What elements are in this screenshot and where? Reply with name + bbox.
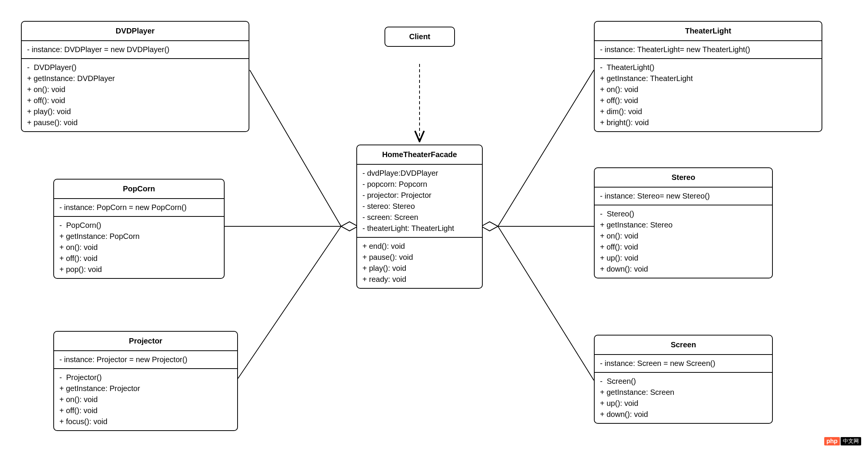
class-attributes: - instance: PopCorn = new PopCorn() <box>54 199 224 217</box>
class-operations: - Projector() + getInstance: Projector +… <box>54 369 237 430</box>
class-operations: - TheaterLight() + getInstance: TheaterL… <box>595 59 822 131</box>
class-attributes: - instance: Screen = new Screen() <box>595 355 772 373</box>
class-facade: HomeTheaterFacade - dvdPlaye:DVDPlayer -… <box>356 145 483 289</box>
class-title: HomeTheaterFacade <box>357 145 482 165</box>
class-title: PopCorn <box>54 180 224 199</box>
svg-marker-5 <box>481 222 498 231</box>
class-title: Screen <box>595 336 772 355</box>
class-stereo: Stereo - instance: Stereo= new Stereo() … <box>594 167 773 278</box>
class-popcorn: PopCorn - instance: PopCorn = new PopCor… <box>53 179 225 279</box>
class-title: Client <box>385 27 454 46</box>
class-attributes: - instance: TheaterLight= new TheaterLig… <box>595 41 822 59</box>
svg-line-2 <box>250 70 341 226</box>
class-operations: - Stereo() + getInstance: Stereo + on():… <box>595 205 772 278</box>
class-attributes: - dvdPlaye:DVDPlayer - popcorn: Popcorn … <box>357 165 482 238</box>
svg-line-6 <box>498 70 594 226</box>
class-attributes: - instance: Stereo= new Stereo() <box>595 188 772 205</box>
class-client: Client <box>385 27 455 47</box>
class-dvdplayer: DVDPlayer - instance: DVDPlayer = new DV… <box>21 21 249 132</box>
class-title: DVDPlayer <box>22 22 249 41</box>
watermark-php: php <box>824 437 840 445</box>
watermark: php 中文网 <box>824 437 861 445</box>
class-operations: - DVDPlayer() + getInstance: DVDPlayer +… <box>22 59 249 131</box>
class-theaterlight: TheaterLight - instance: TheaterLight= n… <box>594 21 822 132</box>
class-attributes: - instance: DVDPlayer = new DVDPlayer() <box>22 41 249 59</box>
class-screen: Screen - instance: Screen = new Screen()… <box>594 335 773 424</box>
svg-marker-1 <box>341 222 358 231</box>
class-title: Projector <box>54 332 237 351</box>
watermark-cn: 中文网 <box>841 437 861 445</box>
class-title: TheaterLight <box>595 22 822 41</box>
class-attributes: - instance: Projector = new Projector() <box>54 351 237 369</box>
svg-line-4 <box>238 226 341 378</box>
svg-line-8 <box>498 226 594 380</box>
class-operations: + end(): void + pause(): void + play(): … <box>357 238 482 288</box>
class-operations: - PopCorn() + getInstance: PopCorn + on(… <box>54 217 224 278</box>
class-operations: - Screen() + getInstance: Screen + up():… <box>595 373 772 423</box>
class-title: Stereo <box>595 168 772 188</box>
class-projector: Projector - instance: Projector = new Pr… <box>53 331 238 431</box>
